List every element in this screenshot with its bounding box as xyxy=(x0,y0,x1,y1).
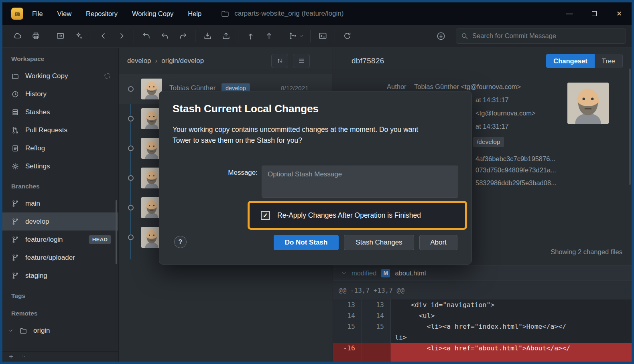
sidebar-item-reflog[interactable]: Reflog xyxy=(2,139,118,157)
chevron-down-icon xyxy=(299,34,303,38)
old-line-number: 14 xyxy=(333,310,362,321)
printer-button[interactable] xyxy=(26,27,45,45)
add-repository-button[interactable]: + xyxy=(9,353,13,360)
merge-button[interactable] xyxy=(284,27,307,45)
window-title-text: carparts-website_orig (feature/login) xyxy=(234,10,343,18)
window-title: carparts-website_orig (feature/login) xyxy=(221,9,343,18)
branch-icon xyxy=(11,254,19,262)
commit-node-icon xyxy=(128,116,134,121)
breadcrumb-current-branch[interactable]: develop xyxy=(127,57,151,65)
toolbar-right xyxy=(432,27,626,45)
sidebar-branch-feature-uploader[interactable]: feature/uploader xyxy=(2,249,118,267)
tab-changeset[interactable]: Changeset xyxy=(546,54,594,68)
toolbar-separator xyxy=(281,30,281,42)
commit-search xyxy=(456,28,626,44)
code-text: <div id="navigation"> xyxy=(391,299,632,310)
forward-button[interactable] xyxy=(112,27,131,45)
new-line-number xyxy=(362,332,391,343)
sidebar-branch-develop[interactable]: develop xyxy=(2,212,118,231)
new-line-number: 13 xyxy=(362,299,391,310)
author-value: Tobias Günther <tg@fournova.com> xyxy=(414,83,521,91)
do-not-stash-button[interactable]: Do Not Stash xyxy=(274,235,339,250)
chevron-down-icon[interactable] xyxy=(21,353,26,360)
fetch-button[interactable] xyxy=(432,27,450,45)
diff-line: 14 14 <ul> xyxy=(333,310,632,321)
sidebar-item-settings[interactable]: Settings xyxy=(2,157,118,175)
menu-file[interactable]: File xyxy=(32,10,43,18)
refresh-icon xyxy=(343,31,352,40)
sidebar-scrollbar[interactable] xyxy=(116,200,117,264)
fetch-icon xyxy=(436,31,446,41)
code-text: <li><a href="about.html">About</a></ xyxy=(391,343,632,362)
loading-spinner-icon xyxy=(104,73,110,79)
detail-scrollbar[interactable] xyxy=(629,69,631,185)
sidebar-item-working-copy[interactable]: Working Copy xyxy=(2,67,118,85)
modified-badge: M xyxy=(381,269,390,277)
toolbar-separator xyxy=(48,30,48,42)
file-status: modified xyxy=(352,269,376,277)
sidebar-branch-feature-login[interactable]: feature/login HEAD xyxy=(2,231,118,249)
tab-tree[interactable]: Tree xyxy=(595,54,622,68)
search-input[interactable] xyxy=(456,28,626,44)
forward-icon xyxy=(117,31,126,40)
checkout-button[interactable] xyxy=(137,27,155,45)
maximize-icon xyxy=(592,11,597,16)
push-button[interactable] xyxy=(241,27,260,45)
toolbar-separator xyxy=(91,30,91,42)
commit-node-icon xyxy=(128,146,134,151)
breadcrumb-tracking-branch[interactable]: origin/develop xyxy=(161,57,204,65)
reapply-checkbox[interactable]: ✓ xyxy=(261,211,270,220)
detail-tabs: Changeset Tree xyxy=(546,54,623,68)
changed-files-summary: Showing 2 changed files xyxy=(551,248,622,256)
branch-icon xyxy=(11,218,19,226)
sidebar: Workspace Working Copy History Stashes P… xyxy=(2,48,119,362)
breadcrumb-separator: › xyxy=(155,57,158,65)
cherry-pick-button[interactable] xyxy=(69,27,88,45)
stash-changes-button[interactable]: Stash Changes xyxy=(344,235,414,250)
sidebar-item-pull-requests[interactable]: Pull Requests xyxy=(2,121,118,139)
diff-file-header[interactable]: modified M about.html xyxy=(333,265,632,281)
tower-app-icon[interactable] xyxy=(11,8,23,20)
app-window: File View Repository Working Copy Help c… xyxy=(2,2,632,362)
stash-button[interactable] xyxy=(198,27,217,45)
old-line-number xyxy=(333,332,362,343)
pull-request-icon xyxy=(11,126,19,134)
abort-button[interactable]: Abort xyxy=(419,235,457,250)
cloud-button[interactable] xyxy=(8,27,26,45)
undo-button[interactable] xyxy=(155,27,174,45)
sidebar-remote-origin[interactable]: origin xyxy=(2,322,118,340)
sidebar-branch-main[interactable]: main xyxy=(2,194,118,212)
redo-button[interactable] xyxy=(174,27,192,45)
sidebar-branch-staging[interactable]: staging xyxy=(2,267,118,285)
sidebar-item-history[interactable]: History xyxy=(2,85,118,103)
stash-message-input[interactable] xyxy=(262,166,458,198)
maximize-button[interactable] xyxy=(582,2,607,25)
minimize-button[interactable]: — xyxy=(557,2,582,25)
sidebar-item-stashes[interactable]: Stashes xyxy=(2,103,118,121)
branch-badge[interactable]: /develop xyxy=(473,137,504,147)
list-options-button[interactable] xyxy=(293,54,310,68)
open-repository-button[interactable] xyxy=(51,27,69,45)
open-repository-icon xyxy=(56,31,65,40)
commit-node-icon xyxy=(128,235,134,240)
menu-help[interactable]: Help xyxy=(188,10,201,18)
menu-repository[interactable]: Repository xyxy=(86,10,118,18)
sidebar-item-label: feature/login xyxy=(25,236,63,244)
refresh-button[interactable] xyxy=(338,27,356,45)
diff-hunk-header: @@ -13,7 +13,7 @@ xyxy=(333,281,632,299)
terminal-button[interactable] xyxy=(313,27,332,45)
sidebar-item-label: Settings xyxy=(25,162,50,170)
menu-view[interactable]: View xyxy=(57,10,71,18)
compare-branches-button[interactable] xyxy=(271,54,288,68)
menu-working-copy[interactable]: Working Copy xyxy=(132,10,173,18)
close-button[interactable]: ✕ xyxy=(607,2,632,25)
apply-stash-button[interactable] xyxy=(217,27,235,45)
back-button[interactable] xyxy=(94,27,112,45)
pull-button[interactable] xyxy=(260,27,278,45)
help-button[interactable]: ? xyxy=(174,236,187,248)
sidebar-item-label: Stashes xyxy=(25,108,50,116)
sidebar-item-label: Reflog xyxy=(25,144,45,152)
head-badge: HEAD xyxy=(89,235,111,244)
toolbar-separator xyxy=(238,30,238,42)
stash-dialog: Stash Current Local Changes Your working… xyxy=(159,91,472,265)
